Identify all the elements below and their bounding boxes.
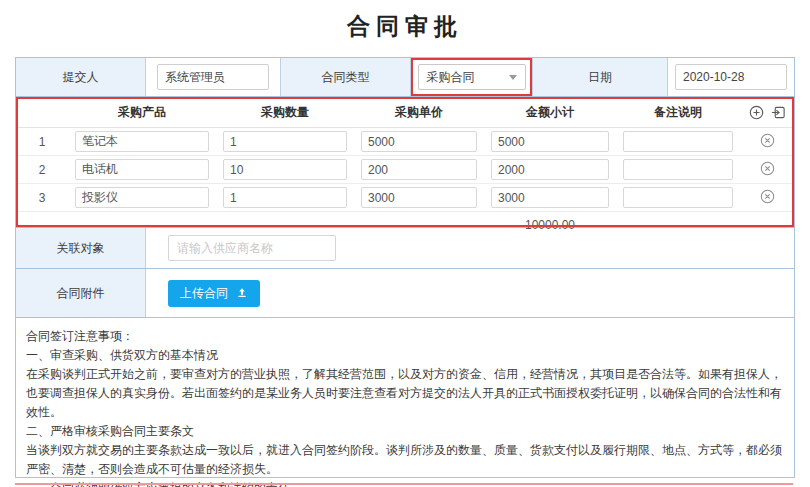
notes-line: 合同签订注意事项：: [26, 327, 784, 346]
notes-line: 当谈判双方就交易的主要条款达成一致以后，就进入合同签约阶段。谈判所涉及的数量、质…: [26, 441, 784, 479]
total-row: 10000.00: [16, 212, 794, 237]
meta-row: 提交人 合同类型 采购合同 日期: [16, 58, 794, 97]
contract-signing-notes: 合同签订注意事项： 一、审查采购、供货双方的基本情况 在采购谈判正式开始之前，要…: [16, 318, 794, 487]
contract-attachment-label: 合同附件: [16, 269, 146, 317]
remark-header: 备注说明: [616, 104, 740, 121]
unit-price-header: 采购单价: [354, 104, 484, 121]
date-label: 日期: [533, 58, 668, 96]
product-input[interactable]: [75, 159, 209, 180]
delete-row-icon[interactable]: [760, 189, 775, 204]
upload-contract-button-label: 上传合同: [180, 285, 228, 302]
quantity-input[interactable]: [223, 159, 347, 180]
product-input[interactable]: [75, 187, 209, 208]
subtotal-input[interactable]: [491, 187, 609, 208]
remark-input[interactable]: [623, 159, 733, 180]
delete-row-icon[interactable]: [760, 161, 775, 176]
total-amount: 10000.00: [484, 218, 616, 232]
subtotal-header: 金额小计: [484, 104, 616, 121]
items-table: 采购产品 采购数量 采购单价 金额小计 备注说明 1: [16, 97, 794, 228]
add-row-icon[interactable]: [749, 105, 764, 120]
chevron-down-icon: [509, 75, 517, 80]
page-title: 合同审批: [0, 0, 810, 42]
red-annotation-line-bottom: [15, 483, 793, 485]
product-header: 采购产品: [68, 104, 216, 121]
unit-price-input[interactable]: [361, 159, 477, 180]
quantity-input[interactable]: [223, 131, 347, 152]
subtotal-input[interactable]: [491, 159, 609, 180]
quantity-header: 采购数量: [216, 104, 354, 121]
notes-line: 二、严格审核采购合同主要条文: [26, 422, 784, 441]
supplier-name-input[interactable]: [168, 235, 336, 261]
submitter-label: 提交人: [16, 58, 146, 96]
submitter-input[interactable]: [157, 64, 269, 90]
delete-row-icon[interactable]: [760, 133, 775, 148]
remark-input[interactable]: [623, 131, 733, 152]
unit-price-input[interactable]: [361, 187, 477, 208]
table-row: 2: [16, 156, 794, 184]
date-input[interactable]: [675, 64, 787, 90]
unit-price-input[interactable]: [361, 131, 477, 152]
notes-line: 一、审查采购、供货双方的基本情况: [26, 346, 784, 365]
table-row: 3: [16, 184, 794, 212]
contract-type-label: 合同类型: [281, 58, 411, 96]
row-index: 1: [16, 135, 68, 149]
import-rows-icon[interactable]: [771, 105, 786, 120]
contract-approval-form: 提交人 合同类型 采购合同 日期 采购产品 采购数量 采购单价 金额小计 备注说…: [15, 57, 795, 478]
contract-type-select[interactable]: 采购合同: [418, 64, 526, 90]
upload-icon: [236, 287, 248, 299]
row-index: 3: [16, 191, 68, 205]
remark-input[interactable]: [623, 187, 733, 208]
contract-attachment-row: 合同附件 上传合同: [16, 269, 794, 318]
notes-line: 在采购谈判正式开始之前，要审查对方的营业执照，了解其经营范围，以及对方的资金、信…: [26, 365, 784, 422]
subtotal-input[interactable]: [491, 131, 609, 152]
upload-contract-button[interactable]: 上传合同: [168, 280, 260, 307]
items-table-header: 采购产品 采购数量 采购单价 金额小计 备注说明: [16, 97, 794, 128]
table-row: 1: [16, 128, 794, 156]
row-index: 2: [16, 163, 68, 177]
product-input[interactable]: [75, 131, 209, 152]
contract-type-selected-value: 采购合同: [427, 69, 475, 86]
quantity-input[interactable]: [223, 187, 347, 208]
